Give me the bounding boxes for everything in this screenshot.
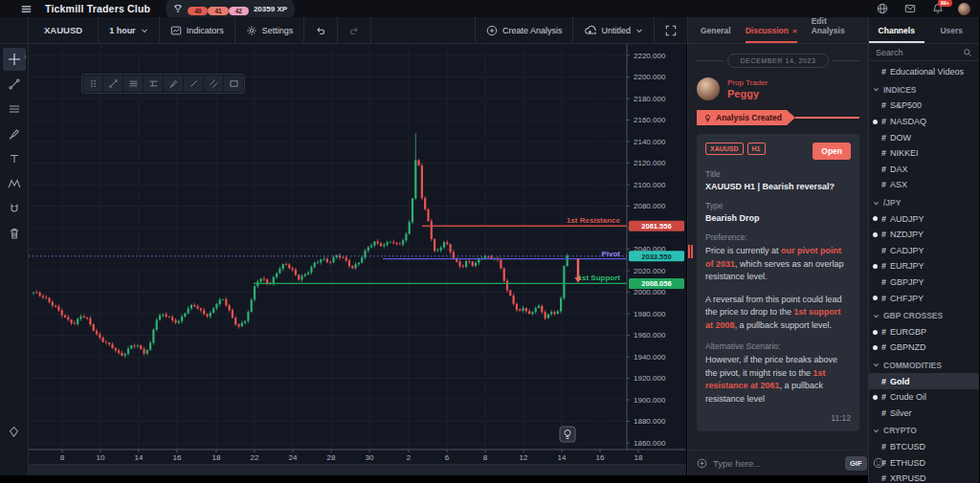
channel-nasdaq[interactable]: #NASDAQ (869, 114, 979, 130)
undo-icon (315, 25, 326, 36)
channel-cadjpy[interactable]: #CADJPY (869, 243, 979, 259)
channel-s-p500[interactable]: #S&P500 (869, 98, 979, 114)
xp-levels: 404142 (188, 0, 249, 17)
channel-search-input[interactable] (876, 48, 963, 57)
svg-text:2080.000: 2080.000 (634, 202, 666, 210)
search-icon[interactable] (963, 48, 972, 57)
tool-text[interactable] (3, 147, 26, 170)
float-tool-parallel-lines[interactable] (123, 76, 143, 92)
shapes-diamond-icon (8, 426, 20, 438)
mail-icon[interactable] (904, 3, 916, 14)
channel-section-crypto[interactable]: CRYPTO (869, 423, 979, 439)
author-avatar[interactable] (697, 77, 720, 100)
tool-xabcd-pattern[interactable] (3, 172, 26, 195)
channel-section--jpy[interactable]: /JPY (869, 195, 979, 211)
float-tool-drag-handle[interactable] (83, 76, 102, 92)
tool-shapes-diamond[interactable] (3, 420, 26, 443)
gif-button[interactable]: GIF (845, 456, 867, 471)
channel-nikkei[interactable]: #NIKKEI (869, 145, 979, 162)
analysis-created-banner: Analysis Created (697, 110, 859, 125)
svg-text:2033.550: 2033.550 (641, 252, 671, 261)
chevron-down-icon (873, 428, 880, 434)
svg-text:18: 18 (635, 453, 643, 462)
channel-ethusd[interactable]: #ETHUSD (869, 454, 979, 471)
channel-eurjpy[interactable]: #EURJPY (869, 258, 979, 274)
notifications-bell-icon[interactable]: 99+ (932, 3, 944, 14)
channel-section-gbp-crosses[interactable]: GBP CROSSES (869, 308, 979, 324)
svg-text:2061.556: 2061.556 (641, 222, 671, 231)
open-analysis-button[interactable]: Open (813, 143, 851, 160)
channel-section-indices[interactable]: INDICES (869, 82, 979, 99)
float-tool-rectangle[interactable] (224, 76, 243, 92)
channel-section-commodities[interactable]: COMMODITIES (869, 358, 979, 374)
tool-brush[interactable] (3, 122, 26, 145)
tool-trash[interactable] (3, 222, 26, 245)
message-input[interactable] (713, 458, 839, 469)
discussion-feed[interactable]: DECEMBER 14, 2023 Prop Trader Peggy Anal… (688, 44, 868, 450)
svg-text:8: 8 (483, 453, 488, 462)
channel-asx[interactable]: #ASX (869, 177, 979, 193)
tab-general[interactable]: General (701, 26, 731, 43)
svg-text:2000.000: 2000.000 (634, 288, 666, 296)
tool-crosshair[interactable]: › (3, 48, 26, 71)
chart-toolbar: XAUUSD 1 hour Indicators Settings (0, 17, 687, 44)
idea-marker-icon[interactable] (560, 427, 575, 442)
channel-gold[interactable]: #Gold (869, 373, 979, 389)
attach-plus-icon[interactable] (697, 458, 707, 469)
float-tool-trendline[interactable] (103, 76, 122, 92)
channel-educational-videos[interactable]: #Educational Videos (869, 64, 979, 80)
timeframe-dropdown[interactable]: 1 hour (99, 17, 160, 43)
float-tool-line[interactable] (184, 76, 203, 92)
menu-icon[interactable] (21, 4, 32, 14)
layout-dropdown[interactable]: Untitled (572, 17, 654, 43)
symbol-button[interactable]: XAUUSD (29, 17, 99, 43)
channels-panel: Channels Users #Educational VideosINDICE… (868, 17, 979, 483)
tab-users[interactable]: Users (924, 17, 980, 43)
analysis-tags: XAUUSDH1 (705, 143, 813, 155)
channel-eurgbp[interactable]: #EURGBP (869, 324, 979, 340)
author-name[interactable]: Peggy (727, 88, 768, 99)
tab-discussion[interactable]: Discussion× (746, 26, 797, 43)
type-label: Type (705, 201, 851, 210)
xp-badge[interactable]: 404142 20359 XP (166, 0, 295, 19)
tool-expand-arrow[interactable]: › (24, 54, 26, 60)
close-tab-icon[interactable]: × (792, 27, 797, 35)
tab-edit-analysis[interactable]: Edit Analysis (812, 16, 856, 43)
tool-magnet[interactable] (3, 197, 26, 220)
chart-area[interactable]: 2220.0002200.0002180.0002160.0002140.000… (29, 44, 686, 475)
tool-parallel-lines[interactable] (3, 98, 26, 121)
channel-chfjpy[interactable]: #CHFJPY (869, 290, 979, 306)
redo-icon (348, 25, 360, 36)
tab-channels[interactable]: Channels (869, 17, 924, 43)
parallel-lines-icon (8, 102, 21, 116)
svg-text:2200.000: 2200.000 (634, 73, 666, 81)
channel-gbpjpy[interactable]: #GBPJPY (869, 274, 979, 291)
channel-crude-oil[interactable]: #Crude Oil (869, 389, 979, 406)
indicators-button[interactable]: Indicators (160, 17, 235, 43)
create-analysis-button[interactable]: Create Analysis (475, 17, 573, 43)
globe-icon[interactable] (877, 3, 888, 14)
fullscreen-button[interactable] (654, 17, 687, 43)
channel-btcusd[interactable]: #BTCUSD (869, 439, 979, 455)
channel-silver[interactable]: #Silver (869, 405, 979, 421)
float-tool-brush[interactable] (164, 76, 183, 92)
redo-button[interactable] (338, 17, 371, 43)
channel-xrpusd[interactable]: #XRPUSD (869, 471, 979, 483)
svg-text:1980.000: 1980.000 (634, 310, 666, 318)
user-avatar[interactable] (958, 3, 970, 15)
channel-dow[interactable]: #DOW (869, 129, 979, 145)
channel-audjpy[interactable]: #AUDJPY (869, 210, 979, 227)
undo-button[interactable] (304, 17, 338, 43)
chart-bottom-strip (29, 464, 686, 475)
rectangle-icon (229, 78, 239, 89)
settings-button[interactable]: Settings (235, 17, 305, 43)
panel-resize-handle[interactable] (688, 245, 693, 258)
channel-nzdjpy[interactable]: #NZDJPY (869, 227, 979, 243)
svg-text:1860.000: 1860.000 (634, 439, 666, 448)
author-role: Prop Trader (727, 78, 768, 87)
tool-trendline[interactable] (3, 73, 26, 96)
float-tool-parallel-channel[interactable] (204, 76, 223, 92)
float-tool-fib-retracement[interactable] (144, 76, 163, 92)
channel-gbpnzd[interactable]: #GBPNZD (869, 340, 979, 356)
channel-dax[interactable]: #DAX (869, 162, 979, 178)
